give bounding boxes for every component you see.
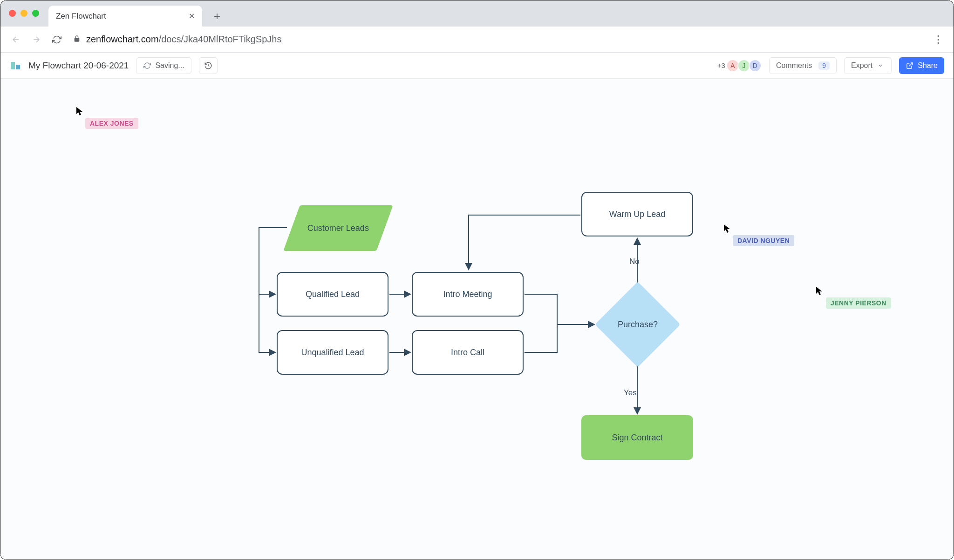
node-unqualified-lead[interactable]: Unqualified Lead	[277, 330, 388, 375]
node-sign-contract[interactable]: Sign Contract	[581, 415, 693, 460]
node-customer-leads[interactable]: Customer Leads	[283, 205, 393, 251]
share-button[interactable]: Share	[899, 57, 944, 74]
tab-title: Zen Flowchart	[56, 12, 106, 21]
reload-button[interactable]	[48, 31, 66, 48]
app-header: My Flowchart 20-06-2021 Saving... +3 A J…	[0, 53, 954, 79]
svg-rect-1	[16, 65, 20, 69]
node-label: Purchase?	[618, 320, 658, 330]
close-tab-icon[interactable]: ✕	[189, 12, 195, 20]
export-label: Export	[851, 61, 872, 70]
back-button[interactable]	[7, 31, 25, 48]
connectors	[0, 79, 954, 560]
comments-button[interactable]: Comments 9	[769, 57, 837, 74]
forward-button[interactable]	[27, 31, 45, 48]
window-close-icon[interactable]	[9, 10, 16, 17]
collaborator-tag-alex: ALEX JONES	[85, 118, 138, 129]
node-label: Qualified Lead	[306, 290, 360, 299]
node-label: Customer Leads	[307, 223, 369, 233]
browser-address-bar: zenflowchart.com/docs/Jka40MlRtoFTikgSpJ…	[0, 27, 954, 53]
share-icon	[906, 61, 914, 70]
edge-label-yes: Yes	[624, 388, 637, 398]
sync-icon	[143, 61, 151, 70]
node-warm-up-lead[interactable]: Warm Up Lead	[581, 192, 693, 236]
node-label: Intro Meeting	[443, 290, 492, 299]
node-label: Intro Call	[451, 348, 484, 358]
comments-count: 9	[818, 61, 830, 70]
share-label: Share	[918, 61, 938, 70]
url-domain: zenflowchart.com	[86, 34, 159, 44]
new-tab-button[interactable]: +	[208, 7, 226, 26]
chevron-down-icon	[876, 61, 885, 70]
node-intro-call[interactable]: Intro Call	[412, 330, 524, 375]
saving-status: Saving...	[136, 57, 191, 74]
url-display[interactable]: zenflowchart.com/docs/Jka40MlRtoFTikgSpJ…	[73, 34, 927, 45]
history-button[interactable]	[199, 57, 218, 74]
url-path: /docs/Jka40MlRtoFTikgSpJhs	[159, 34, 282, 44]
flowchart-canvas[interactable]: ALEX JONES DAVID NGUYEN JENNY PIERSON	[0, 79, 954, 560]
saving-label: Saving...	[155, 61, 184, 70]
svg-rect-0	[11, 62, 15, 69]
export-button[interactable]: Export	[844, 57, 892, 74]
browser-menu-icon[interactable]: ⋮	[929, 34, 947, 46]
browser-tab[interactable]: Zen Flowchart ✕	[48, 6, 202, 27]
collaborator-avatars[interactable]: +3 A J D	[717, 59, 762, 72]
document-title[interactable]: My Flowchart 20-06-2021	[28, 61, 129, 71]
node-intro-meeting[interactable]: Intro Meeting	[412, 272, 524, 317]
browser-tab-strip: Zen Flowchart ✕ +	[0, 0, 954, 27]
node-label: Warm Up Lead	[609, 209, 665, 219]
node-purchase-decision[interactable]: Purchase?	[596, 283, 680, 366]
avatars-more-count: +3	[717, 61, 725, 69]
cursor-icon	[816, 286, 823, 297]
collaborator-tag-david: DAVID NGUYEN	[733, 235, 794, 246]
edge-label-no: No	[629, 257, 640, 266]
window-minimize-icon[interactable]	[20, 10, 27, 17]
node-label: Unqualified Lead	[301, 348, 364, 358]
lock-icon	[73, 34, 81, 45]
node-qualified-lead[interactable]: Qualified Lead	[277, 272, 388, 317]
avatar-d[interactable]: D	[749, 59, 762, 72]
app-logo-icon[interactable]	[10, 60, 21, 71]
node-label: Sign Contract	[612, 433, 662, 443]
cursor-icon	[723, 224, 731, 235]
comments-label: Comments	[776, 61, 812, 70]
window-controls	[9, 10, 39, 17]
history-icon	[204, 61, 212, 70]
window-maximize-icon[interactable]	[32, 10, 39, 17]
collaborator-tag-jenny: JENNY PIERSON	[826, 297, 891, 309]
cursor-icon	[76, 107, 83, 118]
